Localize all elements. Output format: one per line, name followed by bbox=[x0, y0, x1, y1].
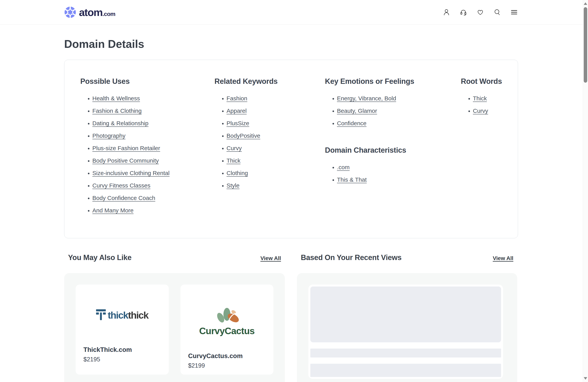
list-item: Confidence bbox=[337, 119, 461, 127]
list-item: Fashion & Clothing bbox=[92, 107, 214, 115]
characteristic-link[interactable]: .com bbox=[337, 164, 350, 170]
list-item: Health & Wellness bbox=[92, 95, 214, 102]
list-item: .com bbox=[337, 163, 461, 171]
keyword-link[interactable]: Curvy bbox=[227, 145, 242, 151]
emotion-link[interactable]: Beauty, Glamor bbox=[337, 107, 377, 114]
listing-card-thickthick[interactable]: thickthick ThickThick.com $2195 bbox=[76, 285, 169, 375]
hamburger-icon[interactable] bbox=[510, 8, 518, 16]
root-words-title: Root Words bbox=[461, 77, 506, 85]
headset-icon[interactable] bbox=[460, 8, 467, 16]
list-item: Beauty, Glamor bbox=[337, 107, 461, 115]
list-item: Apparel bbox=[227, 107, 325, 115]
list-item: Curvy bbox=[473, 107, 506, 115]
thickthick-logo: thickthick bbox=[76, 285, 169, 346]
list-item: Body Positive Community bbox=[92, 157, 214, 165]
recent-views-title: Based On Your Recent Views bbox=[301, 254, 401, 262]
keyword-link[interactable]: Thick bbox=[227, 157, 241, 164]
page-scrollbar[interactable] bbox=[583, 0, 588, 382]
list-item: Thick bbox=[227, 157, 325, 165]
listing-info: CurvyCactus.com $2199 bbox=[180, 352, 273, 369]
listing-domain-name: ThickThick.com bbox=[84, 346, 161, 354]
listing-price: $2199 bbox=[188, 362, 266, 369]
list-item: Thick bbox=[473, 95, 506, 102]
scrollbar-up-arrow-icon[interactable] bbox=[584, 2, 587, 5]
atom-logo[interactable]: atom .com bbox=[64, 6, 115, 18]
skeleton-image-placeholder bbox=[310, 287, 501, 342]
use-link[interactable]: Dating & Relationship bbox=[92, 120, 148, 127]
recent-views-section: Based On Your Recent Views View All bbox=[297, 254, 517, 382]
listing-card-curvycactus[interactable]: CurvyCactus CurvyCactus.com $2199 bbox=[180, 285, 273, 375]
domain-characteristics-list: .com This & That bbox=[325, 163, 461, 184]
thickthick-logo-mark bbox=[96, 309, 106, 321]
logo-tld: .com bbox=[103, 11, 115, 17]
keyword-link[interactable]: Clothing bbox=[227, 170, 248, 176]
keyword-link[interactable]: PlusSize bbox=[227, 120, 249, 127]
also-like-title: You May Also Like bbox=[68, 254, 131, 262]
search-icon[interactable] bbox=[493, 8, 501, 16]
use-link[interactable]: Body Positive Community bbox=[92, 157, 159, 164]
logo-brand: atom bbox=[79, 7, 103, 18]
use-link[interactable]: Size-inclusive Clothing Rental bbox=[92, 170, 169, 176]
recent-views-view-all-link[interactable]: View All bbox=[493, 255, 513, 261]
scrollbar-down-arrow-icon[interactable] bbox=[584, 377, 587, 380]
domain-characteristics-title: Domain Characteristics bbox=[325, 146, 461, 154]
list-item: Fashion bbox=[227, 95, 325, 102]
use-link[interactable]: Photography bbox=[92, 132, 126, 139]
keyword-link[interactable]: Apparel bbox=[227, 107, 247, 114]
emotion-link[interactable]: Energy, Vibrance, Bold bbox=[337, 95, 396, 102]
header-icon-nav bbox=[442, 8, 518, 16]
use-link[interactable]: And Many More bbox=[92, 207, 134, 213]
listing-price: $2195 bbox=[84, 356, 161, 363]
keyword-link[interactable]: Fashion bbox=[227, 95, 247, 102]
characteristic-link[interactable]: This & That bbox=[337, 176, 367, 183]
also-like-view-all-link[interactable]: View All bbox=[260, 255, 281, 261]
heart-icon[interactable] bbox=[476, 8, 484, 16]
list-item: And Many More bbox=[92, 207, 214, 214]
thickthick-wordmark: thickthick bbox=[108, 310, 148, 320]
recent-views-panel bbox=[297, 273, 517, 382]
emotion-link[interactable]: Confidence bbox=[337, 120, 367, 127]
root-word-link[interactable]: Thick bbox=[473, 95, 487, 102]
use-link[interactable]: Health & Wellness bbox=[92, 95, 140, 102]
list-item: Style bbox=[227, 182, 325, 190]
root-word-link[interactable]: Curvy bbox=[473, 107, 488, 114]
list-item: Body Confidence Coach bbox=[92, 194, 214, 202]
list-item: Curvy bbox=[227, 144, 325, 152]
root-words-column: Root Words Thick Curvy bbox=[461, 77, 506, 219]
keyword-link[interactable]: Style bbox=[227, 182, 240, 189]
use-link[interactable]: Plus-size Fashion Retailer bbox=[92, 145, 160, 151]
list-item: Energy, Vibrance, Bold bbox=[337, 95, 461, 102]
list-item: Plus-size Fashion Retailer bbox=[92, 144, 214, 152]
scrollbar-thumb[interactable] bbox=[584, 7, 587, 83]
list-item: Curvy Fitness Classes bbox=[92, 182, 214, 190]
site-header: atom .com bbox=[0, 0, 588, 25]
list-item: This & That bbox=[337, 176, 461, 184]
related-keywords-column: Related Keywords Fashion Apparel PlusSiz… bbox=[214, 77, 325, 219]
skeleton-text-placeholder bbox=[310, 364, 501, 377]
skeleton-text-placeholder bbox=[310, 349, 501, 358]
domain-details-card: Possible Uses Health & Wellness Fashion … bbox=[64, 60, 518, 238]
suggestion-sections: You May Also Like View All bbox=[64, 254, 518, 382]
keyword-link[interactable]: BodyPositive bbox=[227, 132, 260, 139]
curvycactus-logo: CurvyCactus bbox=[180, 285, 273, 352]
atom-logo-icon bbox=[64, 6, 76, 18]
possible-uses-title: Possible Uses bbox=[80, 77, 214, 85]
listing-card-row: thickthick ThickThick.com $2195 bbox=[76, 285, 273, 375]
atom-logo-text: atom .com bbox=[79, 7, 115, 18]
list-item: PlusSize bbox=[227, 119, 325, 127]
loading-skeleton-card bbox=[308, 285, 503, 379]
list-item: Photography bbox=[92, 132, 214, 140]
use-link[interactable]: Curvy Fitness Classes bbox=[92, 182, 150, 189]
listing-info: ThickThick.com $2195 bbox=[76, 346, 169, 363]
list-item: Dating & Relationship bbox=[92, 119, 214, 127]
curvycactus-logo-mark bbox=[213, 305, 241, 324]
possible-uses-column: Possible Uses Health & Wellness Fashion … bbox=[80, 77, 214, 219]
user-icon[interactable] bbox=[442, 8, 450, 16]
use-link[interactable]: Body Confidence Coach bbox=[92, 195, 155, 201]
section-head: Based On Your Recent Views View All bbox=[297, 254, 517, 262]
use-link[interactable]: Fashion & Clothing bbox=[92, 107, 142, 114]
list-item: Size-inclusive Clothing Rental bbox=[92, 169, 214, 177]
listing-domain-name: CurvyCactus.com bbox=[188, 352, 266, 360]
also-like-panel: thickthick ThickThick.com $2195 bbox=[64, 273, 285, 382]
main-content: Domain Details Possible Uses Health & We… bbox=[0, 38, 588, 382]
